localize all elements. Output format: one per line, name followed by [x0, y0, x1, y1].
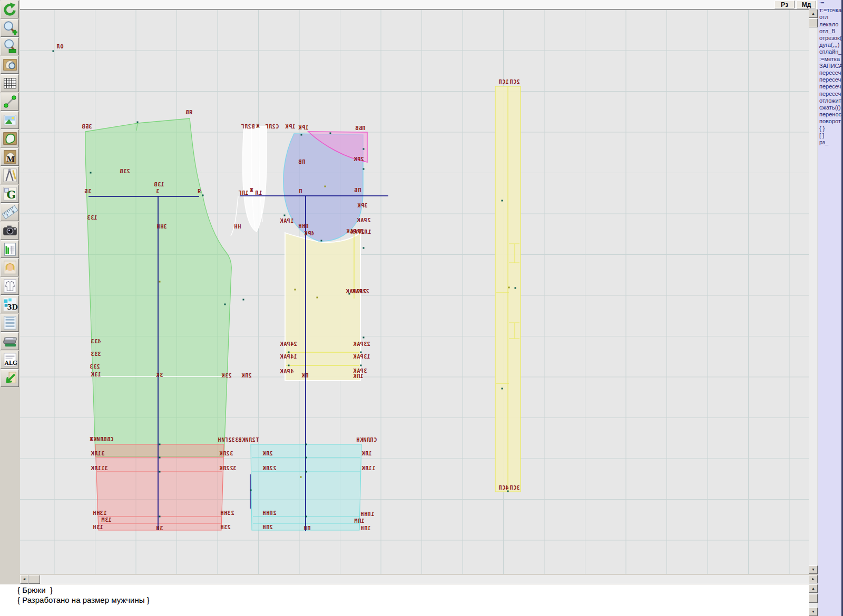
command-item[interactable]: отл_В	[818, 28, 841, 35]
console-line: { Разработано на размер мужчины }	[0, 594, 809, 604]
image-button[interactable]	[1, 111, 19, 129]
model-photo-button[interactable]	[1, 259, 19, 276]
svg-text:M: M	[6, 155, 15, 164]
pattern-piece-icon	[2, 131, 18, 146]
top-bar: Рз Мд	[20, 0, 818, 9]
svg-text:ALG: ALG	[4, 360, 17, 366]
command-item[interactable]: отложит	[818, 97, 841, 104]
view-piece-icon	[2, 57, 18, 73]
canvas-horizontal-scrollbar[interactable]	[20, 575, 809, 584]
command-item[interactable]: отрезок(	[818, 35, 841, 42]
export-button[interactable]	[1, 369, 19, 387]
command-item[interactable]: ЗАПИСА	[818, 63, 841, 69]
svg-text:3D: 3D	[7, 303, 18, 311]
garment-sketch-button[interactable]	[1, 277, 19, 295]
pattern-piece-button[interactable]	[1, 130, 19, 147]
command-item[interactable]: т:=точка	[818, 7, 841, 14]
command-item[interactable]: пересеч	[818, 91, 841, 97]
scroll-up-icon[interactable]	[809, 584, 818, 593]
grading-g-icon: G	[2, 186, 18, 202]
command-item[interactable]: сплайн_	[818, 48, 841, 55]
command-item[interactable]: :=	[818, 0, 841, 7]
size-list-button[interactable]	[1, 314, 19, 332]
grid-button[interactable]	[1, 74, 19, 92]
command-item[interactable]: перенос	[818, 111, 841, 118]
spec-table-button[interactable]	[1, 240, 19, 258]
command-item[interactable]: поворот	[818, 118, 841, 125]
svg-text:G: G	[6, 188, 16, 201]
command-item[interactable]: пересеч	[818, 69, 841, 76]
plotter-icon	[2, 333, 18, 349]
command-item[interactable]: пересеч	[818, 83, 841, 90]
pattern-m-button[interactable]: M	[1, 148, 19, 166]
md-mode-button[interactable]: Мд	[797, 1, 816, 8]
canvas-hscroll-thumb[interactable]	[28, 575, 40, 584]
scroll-down-icon[interactable]	[809, 608, 818, 616]
canvas-scroll-corner[interactable]	[809, 575, 818, 584]
rz-mode-button[interactable]: Рз	[775, 1, 795, 8]
ruler-icon: 78	[2, 204, 18, 220]
measure-tool-button[interactable]	[1, 93, 19, 111]
camera-button[interactable]	[1, 222, 19, 240]
scroll-right-icon[interactable]	[809, 575, 818, 583]
zoom-out-icon	[2, 38, 18, 54]
spec-table-icon	[2, 241, 18, 257]
camera-icon	[2, 223, 18, 239]
measure-tool-icon	[2, 94, 18, 110]
command-item[interactable]: [ ]	[818, 132, 841, 139]
zoom-out-button[interactable]	[1, 37, 19, 55]
view-piece-button[interactable]	[1, 56, 19, 74]
command-item[interactable]: лекало	[818, 21, 841, 28]
plotter-button[interactable]	[1, 332, 19, 350]
command-item[interactable]: :=метка	[818, 56, 841, 63]
pattern-canvas[interactable]: ЛОВЯВБЗВЗ2ВЗ1БЗЗЯЗЗ1ННЗННЗЗ4ЗЗ3ЗЗ2КЗ1КЗК…	[20, 9, 809, 574]
scroll-down-icon[interactable]	[809, 565, 818, 574]
canvas-vscroll-thumb[interactable]	[809, 18, 818, 27]
scroll-up-icon[interactable]	[809, 9, 818, 18]
garment-sketch-icon	[2, 278, 18, 294]
command-item[interactable]: дуга(,,,)	[818, 42, 841, 48]
drafting-compass-icon	[2, 167, 18, 183]
console-scrollbar[interactable]	[809, 584, 818, 616]
undo-button[interactable]	[1, 1, 19, 18]
size-list-icon	[2, 315, 18, 331]
canvas-vertical-scrollbar[interactable]	[809, 9, 818, 574]
console-line: { Брюки }	[0, 584, 809, 594]
algorithm-icon: ALG	[2, 352, 18, 367]
command-item[interactable]: отл	[818, 14, 841, 21]
ruler-button[interactable]: 78	[1, 203, 19, 221]
drafting-compass-button[interactable]	[1, 166, 19, 184]
fly-piece[interactable]	[243, 126, 267, 232]
undo-icon	[2, 2, 18, 17]
export-icon	[2, 370, 18, 386]
command-item[interactable]: рз_	[818, 139, 841, 146]
command-item[interactable]: { }	[818, 125, 841, 132]
zoom-in-icon	[2, 20, 18, 36]
pattern-drawing[interactable]	[20, 10, 809, 574]
pocket-piece[interactable]	[285, 233, 360, 381]
algorithm-button[interactable]: ALG	[1, 351, 19, 369]
grading-g-button[interactable]: G	[1, 185, 19, 203]
3d-button[interactable]: 3D	[1, 295, 19, 313]
pattern-m-icon: M	[2, 149, 18, 165]
tool-palette: MG783DALG	[0, 0, 20, 574]
zoom-in-button[interactable]	[1, 19, 19, 37]
grid-icon	[2, 75, 18, 91]
message-console: { Брюки } { Разработано на размер мужчин…	[0, 584, 809, 616]
model-photo-icon	[2, 260, 18, 275]
3d-icon: 3D	[2, 296, 18, 312]
image-icon	[2, 112, 18, 128]
command-item[interactable]: сжать(()	[818, 104, 841, 111]
command-list-panel: :=т:=точкаотллекалоотл_Вотрезок(дуга(,,,…	[818, 0, 843, 616]
scroll-left-icon[interactable]	[20, 575, 28, 584]
command-item[interactable]: пересеч	[818, 76, 841, 83]
console-scroll-thumb[interactable]	[809, 594, 818, 603]
